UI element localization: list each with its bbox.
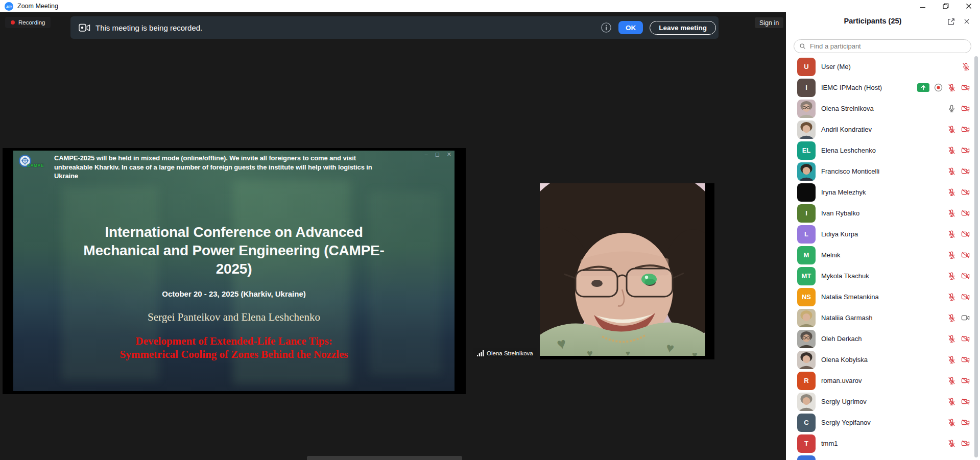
participant-row[interactable]: MTMykola Tkachuk [786,265,980,286]
camera-off-icon[interactable] [961,418,970,427]
participant-row[interactable]: Andrii Kondratiev [786,119,980,140]
meeting-controls-peek[interactable] [307,456,462,460]
participant-video-tile[interactable]: ♥ ♥ ♥ ♥ ♥ [540,183,714,359]
slide-conference-title: International Conference on Advanced Mec… [29,223,439,278]
participant-row[interactable]: NSNatalia Smetankina [786,286,980,307]
mic-off-icon[interactable] [947,230,956,238]
mic-off-icon[interactable] [962,62,970,71]
participant-name: Elena Leshchenko [821,147,876,154]
camera-off-icon[interactable] [961,125,970,134]
participant-status-icons [947,272,970,280]
mic-off-icon[interactable] [947,397,956,406]
participant-row[interactable]: Nataliia Garmash [786,307,980,328]
info-icon[interactable] [601,22,612,33]
camera-on-icon[interactable] [961,313,970,322]
camera-off-icon[interactable] [961,230,970,238]
slide-minimize-icon[interactable]: – [425,151,428,158]
participant-row[interactable]: UUser (Me) [786,56,980,77]
mic-off-icon[interactable] [947,293,956,301]
participant-avatar: T [797,434,816,453]
participant-row[interactable]: IIEMC IPMach (Host) [786,77,980,98]
window-minimize-button[interactable] [911,0,934,12]
sign-in-button[interactable]: Sign in [755,17,783,28]
participant-status-icons [947,104,970,113]
participant-search-box[interactable] [794,39,971,53]
panel-scrollbar[interactable] [974,56,978,457]
mic-off-icon[interactable] [947,439,956,448]
recording-indicator[interactable]: Recording [5,17,51,28]
popout-panel-button[interactable] [945,16,957,27]
camera-off-icon[interactable] [961,251,970,259]
mic-off-icon[interactable] [947,125,956,134]
camera-off-icon[interactable] [961,104,970,113]
participant-name: Ivan Rybalko [821,209,859,217]
camera-off-icon[interactable] [961,293,970,301]
close-panel-button[interactable] [962,16,972,27]
participant-row[interactable]: Sergiy Ugrimov [786,391,980,412]
participant-row[interactable]: MMelnik [786,245,980,265]
participant-row[interactable]: Ttmm1 [786,433,980,454]
mic-off-icon[interactable] [947,313,956,322]
search-icon [799,43,806,50]
participant-row[interactable]: CSergiy Yepifanov [786,412,980,433]
ok-button[interactable]: OK [618,21,643,34]
participant-row[interactable]: Oleh Derkach [786,328,980,349]
participant-avatar: U [797,58,816,76]
participant-name: Natalia Smetankina [821,293,879,301]
participant-avatar [797,183,816,202]
window-restore-button[interactable] [934,0,957,12]
camera-off-icon[interactable] [961,83,970,92]
participant-row[interactable] [786,454,980,460]
window-close-button[interactable] [957,0,980,12]
participant-row[interactable]: Olena Strelnikova [786,98,980,119]
camera-off-icon[interactable] [961,272,970,280]
search-input[interactable] [809,42,954,51]
webcam-video: ♥ ♥ ♥ ♥ ♥ [540,183,705,356]
mic-off-icon[interactable] [947,251,956,259]
slide-restore-icon[interactable]: ◻ [435,151,440,158]
camera-off-icon[interactable] [961,146,970,155]
mic-off-icon[interactable] [947,146,956,155]
slide-window-controls: – ◻ ✕ [425,151,451,158]
participant-avatar: I [797,204,816,223]
mic-off-icon[interactable] [947,83,956,92]
leave-meeting-button[interactable]: Leave meeting [650,21,716,35]
mic-off-icon[interactable] [947,334,956,343]
mic-off-icon[interactable] [947,272,956,280]
participants-panel-title: Participants (25) [786,17,960,25]
participant-row[interactable]: Iryna Melezhyk [786,182,980,203]
participant-avatar: C [797,414,816,432]
mic-off-icon[interactable] [947,418,956,427]
participant-row[interactable]: Rroman.uvarov [786,370,980,391]
camera-off-icon[interactable] [961,397,970,406]
restore-icon [943,3,949,9]
mic-off-icon[interactable] [947,376,956,385]
participant-row[interactable]: LLidiya Kurpa [786,224,980,245]
participant-row[interactable]: ELElena Leshchenko [786,140,980,161]
camera-off-icon[interactable] [961,376,970,385]
slide-close-icon[interactable]: ✕ [447,151,451,158]
mic-off-icon[interactable] [947,209,956,217]
participant-row[interactable]: Olena Kobylska [786,349,980,370]
participant-status-icons [947,146,970,155]
camera-off-icon[interactable] [961,188,970,197]
participant-name: IEMC IPMach (Host) [821,84,882,91]
participant-name: Oleh Derkach [821,335,862,343]
participant-status-icons [947,188,970,197]
camera-off-icon[interactable] [961,439,970,448]
mic-off-icon[interactable] [947,188,956,197]
camera-off-icon[interactable] [961,355,970,364]
banner-message: This meeting is being recorded. [95,23,202,32]
participant-name: User (Me) [821,63,851,70]
participant-row[interactable]: IIvan Rybalko [786,203,980,224]
participant-status-icons [947,209,970,217]
mic-on-icon[interactable] [947,104,956,113]
mic-off-icon[interactable] [947,355,956,364]
camera-off-icon[interactable] [961,334,970,343]
participant-row[interactable]: Francisco Monticelli [786,161,980,182]
camera-off-icon[interactable] [961,209,970,217]
mic-off-icon[interactable] [947,167,956,176]
camera-off-icon[interactable] [961,167,970,176]
slide-conference-date: October 20 - 23, 2025 (Kharkiv, Ukraine) [13,289,455,298]
participant-avatar [797,120,816,139]
